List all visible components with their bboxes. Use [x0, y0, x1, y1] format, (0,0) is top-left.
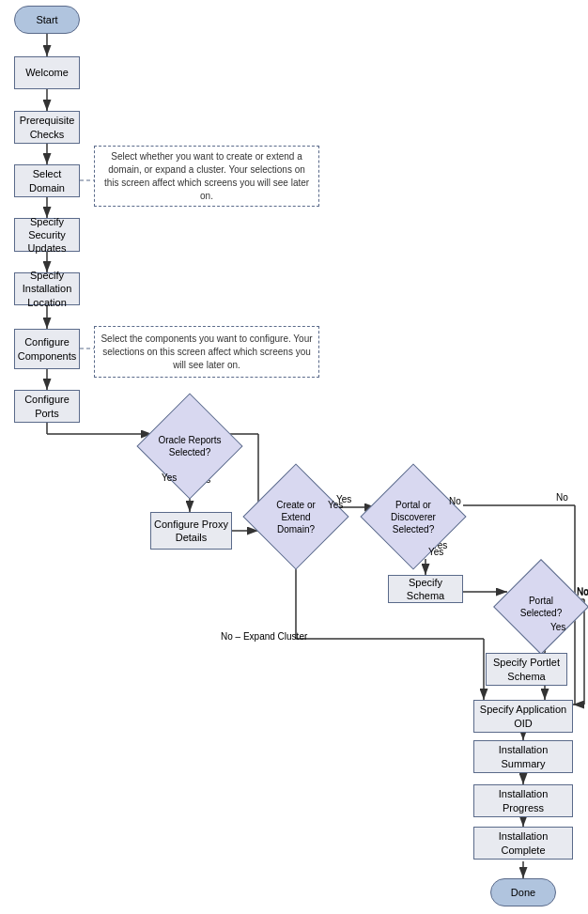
specify-schema-node: Specify Schema — [388, 575, 463, 603]
no-label-1: No — [577, 587, 588, 597]
flowchart: Yes Yes Yes Yes No — [0, 0, 588, 914]
prereq-node: PrerequisiteChecks — [14, 111, 80, 144]
specify-app-oid-label: Specify ApplicationOID — [480, 703, 566, 730]
prereq-label: PrerequisiteChecks — [20, 114, 75, 141]
specify-schema-label: Specify Schema — [389, 576, 462, 603]
portal-selected-diamond-wrap: PortalSelected? — [507, 573, 575, 641]
specify-security-label: Specify SecurityUpdates — [15, 215, 79, 256]
welcome-label: Welcome — [25, 66, 69, 79]
no-expand-label: No – Expand Cluster — [221, 631, 307, 642]
components-note-text: Select the components you want to config… — [101, 333, 313, 372]
domain-note-text: Select whether you want to create or ext… — [101, 150, 313, 203]
portal-selected-label: PortalSelected? — [507, 573, 575, 641]
specify-app-oid-node: Specify ApplicationOID — [473, 700, 573, 733]
install-summary-label: InstallationSummary — [499, 743, 549, 770]
select-domain-node: Select Domain — [14, 164, 80, 197]
configure-components-label: ConfigureComponents — [18, 335, 76, 363]
done-node: Done — [490, 878, 556, 906]
specify-portlet-label: Specify PortletSchema — [493, 656, 560, 683]
configure-ports-node: Configure Ports — [14, 390, 80, 423]
oracle-reports-diamond-wrap: Oracle ReportsSelected? — [152, 409, 227, 484]
specify-install-node: Specify InstallationLocation — [14, 272, 80, 305]
start-label: Start — [36, 13, 57, 26]
specify-portlet-node: Specify PortletSchema — [486, 653, 567, 686]
install-summary-node: InstallationSummary — [473, 740, 573, 773]
done-label: Done — [511, 886, 535, 899]
components-note: Select the components you want to config… — [94, 326, 319, 378]
configure-components-node: ConfigureComponents — [14, 329, 80, 369]
specify-install-label: Specify InstallationLocation — [15, 269, 79, 309]
start-node: Start — [14, 6, 80, 34]
configure-ports-label: Configure Ports — [15, 393, 79, 420]
specify-security-node: Specify SecurityUpdates — [14, 218, 80, 252]
install-progress-label: InstallationProgress — [499, 787, 549, 814]
install-complete-node: InstallationComplete — [473, 827, 573, 860]
domain-note: Select whether you want to create or ext… — [94, 146, 319, 207]
install-complete-label: InstallationComplete — [499, 829, 549, 857]
create-extend-diamond-wrap: Create orExtendDomain? — [258, 479, 333, 554]
create-extend-label: Create orExtendDomain? — [258, 479, 333, 554]
select-domain-label: Select Domain — [15, 167, 79, 194]
oracle-reports-label: Oracle ReportsSelected? — [152, 409, 227, 484]
portal-discoverer-diamond-wrap: Portal orDiscovererSelected? — [376, 479, 451, 554]
svg-text:No: No — [556, 492, 568, 503]
install-progress-node: InstallationProgress — [473, 784, 573, 817]
welcome-node: Welcome — [14, 56, 80, 89]
configure-proxy-node: Configure ProxyDetails — [150, 512, 232, 550]
configure-proxy-label: Configure ProxyDetails — [154, 518, 228, 545]
portal-discoverer-label: Portal orDiscovererSelected? — [376, 479, 451, 554]
